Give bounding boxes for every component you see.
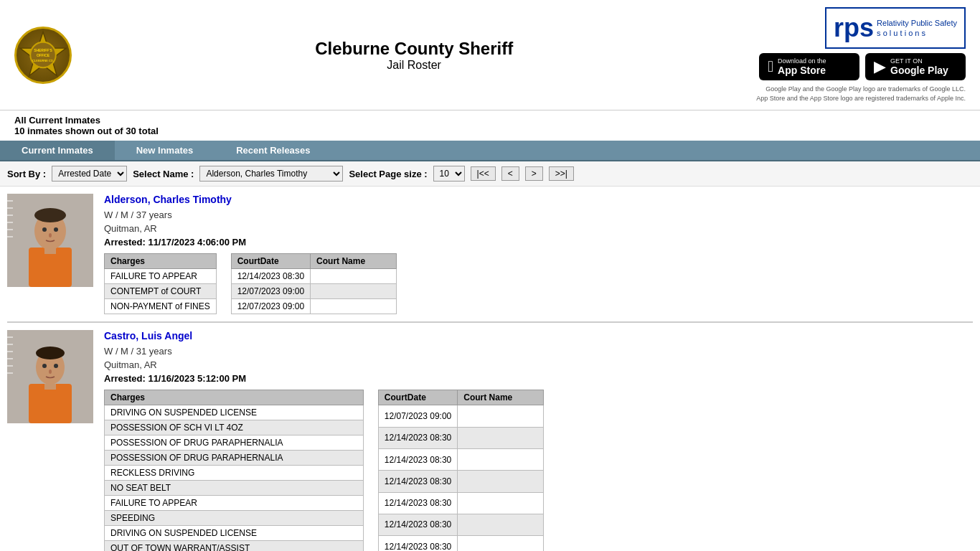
- inmate-name[interactable]: Alderson, Charles Timothy: [104, 194, 973, 205]
- rps-letters: rps: [834, 13, 874, 43]
- charges-court-container: Charges FAILURE TO APPEARCONTEMPT of COU…: [104, 253, 973, 314]
- court-date-cell: 12/14/2023 08:30: [378, 536, 457, 551]
- inmate-location: Quitman, AR: [104, 223, 973, 234]
- google-play-button[interactable]: ▶ GET IT ON Google Play: [865, 53, 966, 80]
- court-date-cell: 12/14/2023 08:30: [378, 427, 457, 448]
- page-size-label: Select Page size :: [349, 169, 427, 179]
- charge-cell: CONTEMPT of COURT: [105, 284, 217, 299]
- svg-text:CLEBURNE CO.: CLEBURNE CO.: [32, 59, 54, 62]
- inmate-count-line2: 10 inmates shown out of 30 total: [14, 126, 966, 136]
- court-date-cell: 12/07/2023 09:00: [231, 284, 310, 299]
- svg-text:OFFICE: OFFICE: [37, 54, 50, 57]
- court-name-header: Court Name: [311, 254, 397, 269]
- tab-recent-releases[interactable]: Recent Releases: [215, 141, 331, 160]
- court-date-cell: 12/14/2023 08:30: [378, 448, 457, 470]
- nav-tabs: Current Inmates New Inmates Recent Relea…: [0, 141, 980, 161]
- court-date-cell: 12/14/2023 08:30: [378, 514, 457, 535]
- court-date-header: CourtDate: [231, 254, 310, 269]
- name-select[interactable]: Alderson, Charles Timothy Castro, Luis A…: [199, 166, 343, 182]
- svg-rect-18: [44, 248, 56, 254]
- court-name-cell: [458, 448, 544, 470]
- select-name-label: Select Name :: [133, 169, 194, 179]
- court-name-cell: [458, 471, 544, 492]
- inmate-record: Castro, Luis Angel W / M / 31 years Quit…: [7, 323, 973, 551]
- sort-by-select[interactable]: Arrested Date Name: [52, 166, 127, 182]
- sheriff-badge-container: SHERIFF'S OFFICE CLEBURNE CO.: [14, 27, 72, 84]
- court-date-header: CourtDate: [378, 390, 457, 405]
- nav-first-button[interactable]: |<<: [471, 166, 496, 181]
- charge-cell: SPEEDING: [105, 511, 364, 526]
- sheriff-badge: SHERIFF'S OFFICE CLEBURNE CO.: [14, 27, 72, 84]
- svg-point-16: [54, 227, 58, 232]
- page-size-select[interactable]: 10 25 50: [433, 166, 465, 182]
- rps-tagline: Relativity Public Safety s o l u t i o n…: [877, 18, 957, 39]
- app-buttons-container:  Download on the App Store ▶ GET IT ON …: [759, 53, 966, 80]
- court-name-cell: [458, 536, 544, 551]
- svg-point-28: [36, 347, 65, 359]
- charge-cell: POSSESSION OF DRUG PARAPHERNALIA: [105, 435, 364, 451]
- charge-cell: DRIVING ON SUSPENDED LICENSE: [105, 526, 364, 541]
- tab-new-inmates[interactable]: New Inmates: [115, 141, 215, 160]
- charge-cell: OUT OF TOWN WARRANT/ASSIST: [105, 541, 364, 551]
- charge-cell: POSSESSION OF DRUG PARAPHERNALIA: [105, 451, 364, 466]
- charge-cell: FAILURE TO APPEAR: [105, 496, 364, 511]
- rps-logo: rps Relativity Public Safety s o l u t i…: [825, 7, 966, 49]
- charges-header: Charges: [105, 254, 217, 269]
- header-title-block: Cleburne County Sheriff Jail Roster: [72, 39, 756, 72]
- charge-cell: RECKLESS DRIVING: [105, 466, 364, 481]
- court-table: CourtDate Court Name 12/07/2023 09:0012/…: [378, 390, 544, 551]
- charge-cell: POSSESSION OF SCH VI LT 4OZ: [105, 420, 364, 435]
- inmate-location: Quitman, AR: [104, 359, 973, 370]
- inmate-arrested: Arrested: 11/17/2023 4:06:00 PM: [104, 237, 973, 248]
- svg-point-17: [49, 233, 52, 237]
- google-play-icon: ▶: [874, 57, 886, 76]
- inmate-arrested: Arrested: 11/16/2023 5:12:00 PM: [104, 373, 973, 384]
- svg-point-30: [54, 364, 58, 368]
- charge-cell: NON-PAYMENT of FINES: [105, 299, 217, 314]
- charge-cell: FAILURE TO APPEAR: [105, 269, 217, 284]
- app-store-button[interactable]:  Download on the App Store: [759, 53, 859, 80]
- nav-last-button[interactable]: >>|: [549, 166, 574, 181]
- page-header: SHERIFF'S OFFICE CLEBURNE CO. Cleburne C…: [0, 0, 980, 110]
- nav-next-button[interactable]: >: [525, 166, 543, 181]
- court-date-cell: 12/14/2023 08:30: [231, 269, 310, 284]
- inmate-info: Castro, Luis Angel W / M / 31 years Quit…: [104, 330, 973, 551]
- sort-by-label: Sort By :: [7, 169, 46, 179]
- court-name-cell: [311, 299, 397, 314]
- page-title: Cleburne County Sheriff: [72, 39, 756, 59]
- inmate-name[interactable]: Castro, Luis Angel: [104, 330, 973, 342]
- court-name-cell: [458, 492, 544, 514]
- svg-text:SHERIFF'S: SHERIFF'S: [34, 49, 52, 52]
- charges-header: Charges: [105, 390, 364, 405]
- page-subtitle: Jail Roster: [72, 59, 756, 72]
- inmates-container: Alderson, Charles Timothy W / M / 37 yea…: [0, 187, 980, 551]
- court-name-header: Court Name: [458, 390, 544, 405]
- svg-point-15: [42, 227, 47, 232]
- nav-prev-button[interactable]: <: [501, 166, 519, 181]
- charges-table: Charges DRIVING ON SUSPENDED LICENSEPOSS…: [104, 390, 364, 551]
- svg-rect-26: [29, 384, 72, 423]
- charges-table: Charges FAILURE TO APPEARCONTEMPT of COU…: [104, 253, 217, 314]
- court-date-cell: 12/07/2023 09:00: [378, 405, 457, 427]
- inmate-info: Alderson, Charles Timothy W / M / 37 yea…: [104, 194, 973, 314]
- svg-point-31: [49, 369, 52, 374]
- court-name-cell: [458, 514, 544, 535]
- court-date-cell: 12/07/2023 09:00: [231, 299, 310, 314]
- tab-current-inmates[interactable]: Current Inmates: [0, 141, 115, 160]
- charge-cell: NO SEAT BELT: [105, 481, 364, 496]
- header-right: rps Relativity Public Safety s o l u t i…: [756, 7, 966, 103]
- court-name-cell: [458, 405, 544, 427]
- court-name-cell: [458, 427, 544, 448]
- trademark-text: Google Play and the Google Play logo are…: [756, 85, 966, 103]
- inmate-demographics: W / M / 31 years: [104, 346, 973, 357]
- inmate-photo: [7, 194, 93, 287]
- sort-bar: Sort By : Arrested Date Name Select Name…: [0, 161, 980, 187]
- inmate-demographics: W / M / 37 years: [104, 209, 973, 220]
- charges-court-container: Charges DRIVING ON SUSPENDED LICENSEPOSS…: [104, 390, 973, 551]
- inmate-count-line1: All Current Inmates: [14, 115, 966, 126]
- inmate-count-block: All Current Inmates 10 inmates shown out…: [0, 110, 980, 141]
- apple-icon: : [768, 57, 773, 76]
- charge-cell: DRIVING ON SUSPENDED LICENSE: [105, 405, 364, 420]
- court-date-cell: 12/14/2023 08:30: [378, 471, 457, 492]
- court-table: CourtDate Court Name 12/14/2023 08:3012/…: [231, 253, 397, 314]
